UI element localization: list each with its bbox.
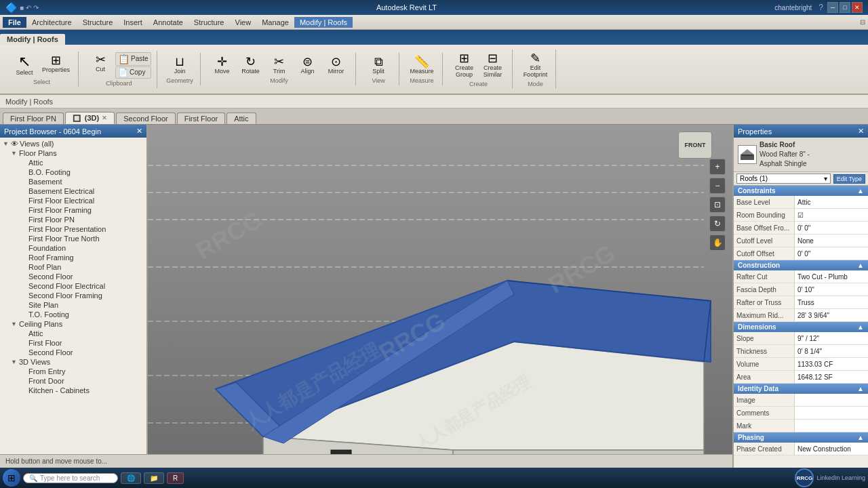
mirror-btn[interactable]: ⊙ Mirror	[323, 54, 350, 76]
type-dropdown[interactable]: Roofs (1) ▾	[736, 174, 831, 184]
tree-site-plan[interactable]: Site Plan	[1, 300, 145, 310]
tree-views[interactable]: ▼ 👁 Views (all)	[1, 139, 145, 148]
edit-footprint-btn[interactable]: ✎ EditFootprint	[521, 51, 551, 79]
tree-roof-framing[interactable]: Roof Framing	[1, 253, 145, 262]
menu-view[interactable]: View	[230, 17, 257, 28]
tree-roof-plan[interactable]: Roof Plan	[1, 262, 145, 272]
tree-basement[interactable]: Basement	[1, 177, 145, 186]
canvas-area[interactable]: 18'-1'-0" 18'-1'-0" RRCG RRCG RRCG 人人都是产…	[148, 125, 732, 488]
align-btn[interactable]: ⊜ Align	[294, 54, 321, 76]
taskbar-revit-btn[interactable]: R	[167, 472, 184, 484]
type-material: Asphalt Shingle	[760, 159, 810, 169]
zoom-fit-btn[interactable]: ⊡	[709, 197, 726, 213]
create-group-btn[interactable]: ⊞ CreateGroup	[451, 51, 478, 79]
tree-front-door[interactable]: Front Door	[1, 376, 145, 386]
menu-architecture[interactable]: Architecture	[26, 17, 77, 28]
menu-annotate[interactable]: Annotate	[148, 17, 189, 28]
tree-3d-views[interactable]: ▼ 3D Views	[1, 357, 145, 367]
menu-manage[interactable]: Manage	[256, 17, 294, 28]
taskbar-folder-btn[interactable]: 📁	[144, 472, 164, 484]
cut-btn[interactable]: ✂ Cut	[87, 52, 114, 79]
start-button[interactable]: ⊞	[3, 469, 20, 487]
tab-first-floor-pn[interactable]: First Floor PN	[3, 113, 64, 124]
section-construction[interactable]: Construction ▲	[734, 260, 868, 270]
tree-ceiling-attic[interactable]: Attic	[1, 329, 145, 338]
tree-attic[interactable]: Attic	[1, 158, 145, 167]
maximize-btn[interactable]: □	[840, 2, 850, 13]
ribbon: Modify | Roofs ↖ Select ⊞ Properties Sel…	[0, 30, 868, 95]
tab-attic[interactable]: Attic	[226, 113, 256, 124]
section-dimensions[interactable]: Dimensions ▲	[734, 322, 868, 332]
prop-comments: Comments	[734, 407, 868, 420]
zoom-in-btn[interactable]: +	[709, 159, 726, 175]
tree-second-floor[interactable]: Second Floor	[1, 272, 145, 281]
browser-close-btn[interactable]: ✕	[136, 127, 142, 136]
menu-structure[interactable]: Structure	[77, 17, 119, 28]
tree-floor-plans[interactable]: ▼ Floor Plans	[1, 148, 145, 158]
construction-collapse-icon: ▲	[857, 262, 864, 269]
ribbon-tabs: Modify | Roofs	[0, 30, 868, 45]
tree-second-floor-elec[interactable]: Second Floor Electrical	[1, 281, 145, 291]
rotate-view-btn[interactable]: ↻	[709, 216, 726, 232]
tab-second-floor[interactable]: Second Floor	[116, 113, 175, 124]
tree-foundation[interactable]: Foundation	[1, 243, 145, 253]
tree-ceiling-plans[interactable]: ▼ Ceiling Plans	[1, 319, 145, 329]
trim-btn[interactable]: ✂ Trim	[266, 54, 293, 76]
tree-ceiling-first[interactable]: First Floor	[1, 338, 145, 348]
room-bounding-checkbox[interactable]: ☑	[797, 211, 804, 219]
tree-to-footing[interactable]: T.O. Footing	[1, 310, 145, 319]
measure-btn[interactable]: 📏 Measure	[408, 54, 437, 76]
prop-base-offset: Base Offset Fro... 0' 0"	[734, 222, 868, 235]
menu-structure2[interactable]: Structure	[189, 17, 230, 28]
tree-first-floor-true-north[interactable]: First Floor True North	[1, 234, 145, 243]
move-btn[interactable]: ✛ Move	[209, 54, 236, 76]
create-similar-btn[interactable]: ⊟ CreateSimilar	[479, 51, 507, 79]
tree-first-floor-presentation[interactable]: First Floor Presentation	[1, 224, 145, 234]
minimize-btn[interactable]: ─	[827, 2, 838, 13]
tree-first-floor-elec[interactable]: First Floor Electrical	[1, 196, 145, 205]
join-btn[interactable]: ⊔ Join	[166, 54, 193, 76]
taskbar: ⊞ 🔍 Type here to search 🌐 📁 R RRCG Linke…	[0, 468, 868, 488]
tree-first-floor-pn[interactable]: First Floor PN	[1, 215, 145, 224]
tree-from-entry[interactable]: From Entry	[1, 367, 145, 376]
close-tab-3d[interactable]: ✕	[102, 115, 107, 121]
tab-3d[interactable]: 🔲 (3D) ✕	[65, 112, 115, 124]
section-phasing[interactable]: Phasing ▲	[734, 432, 868, 443]
search-box[interactable]: 🔍 Type here to search	[23, 473, 118, 483]
zoom-out-btn[interactable]: −	[709, 178, 726, 194]
breadcrumb: Modify | Roofs	[0, 95, 868, 108]
menu-modify-roofs[interactable]: Modify | Roofs	[294, 17, 353, 28]
rotate-btn[interactable]: ↻ Rotate	[237, 54, 264, 76]
prop-thickness: Thickness 0' 8 1/4"	[734, 345, 868, 358]
menu-insert[interactable]: Insert	[118, 17, 148, 28]
split-btn[interactable]: ⧉ Split	[365, 54, 392, 76]
browser-content[interactable]: ▼ 👁 Views (all) ▼ Floor Plans Attic B.O.…	[0, 138, 146, 488]
properties-btn[interactable]: ⊞ Properties	[39, 53, 73, 77]
prop-rafter-cut: Rafter Cut Two Cut - Plumb	[734, 270, 868, 283]
tree-ceiling-second[interactable]: Second Floor	[1, 348, 145, 357]
tree-first-floor-framing[interactable]: First Floor Framing	[1, 205, 145, 215]
section-identity[interactable]: Identity Data ▲	[734, 384, 868, 394]
help-btn[interactable]: ?	[818, 3, 823, 12]
edit-type-btn[interactable]: Edit Type	[833, 174, 865, 184]
props-close-btn[interactable]: ✕	[858, 127, 864, 136]
prop-cutoff-offset: Cutoff Offset 0' 0"	[734, 247, 868, 260]
title-bar: 🔷 ■ ↶ ↷ Autodesk Revit LT chantebright ?…	[0, 0, 868, 15]
paste-btn[interactable]: 📋Paste	[115, 52, 151, 66]
section-constraints[interactable]: Constraints ▲	[734, 186, 868, 196]
ribbon-group-select: ↖ Select ⊞ Properties Select	[5, 52, 79, 87]
ribbon-group-create: ⊞ CreateGroup ⊟ CreateSimilar Create	[446, 49, 513, 89]
props-header: Properties ✕	[734, 125, 868, 138]
select-btn[interactable]: ↖ Select	[11, 53, 38, 77]
menu-file[interactable]: File	[3, 17, 26, 28]
copy-btn[interactable]: 📄Copy	[115, 66, 151, 79]
ribbon-group-clipboard: ✂ Cut 📋Paste 📄Copy Clipboard	[81, 51, 157, 88]
close-btn[interactable]: ✕	[852, 2, 863, 13]
pan-btn[interactable]: ✋	[709, 235, 726, 251]
tree-basement-elec[interactable]: Basement Electrical	[1, 186, 145, 196]
tree-second-floor-framing[interactable]: Second Floor Framing	[1, 291, 145, 300]
tree-kitchen-cabinets[interactable]: Kitchen - Cabinets	[1, 386, 145, 395]
taskbar-web-btn[interactable]: 🌐	[121, 472, 141, 484]
tab-first-floor[interactable]: First Floor	[177, 113, 226, 124]
tree-bo-footing[interactable]: B.O. Footing	[1, 167, 145, 177]
